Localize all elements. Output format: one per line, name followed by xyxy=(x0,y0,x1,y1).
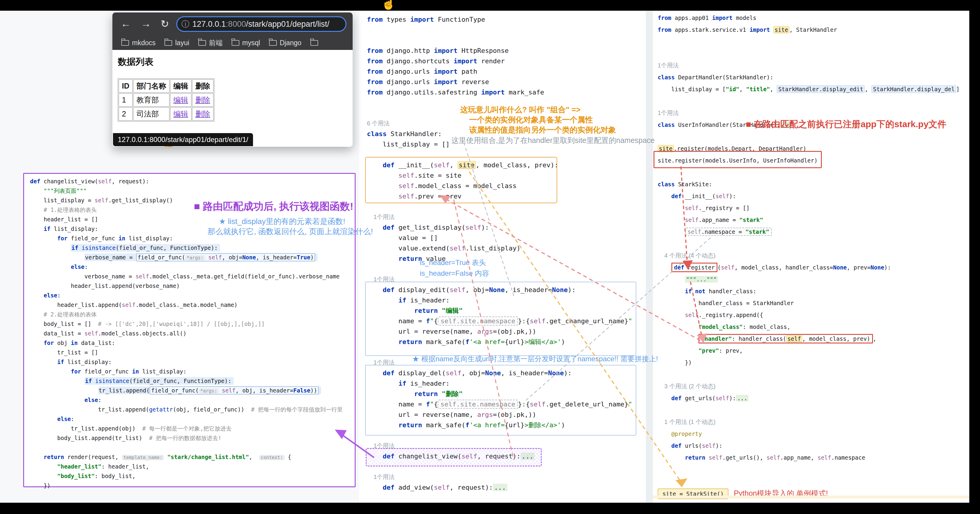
code-line: url = reverse(name, args=(obj.pk,)) xyxy=(367,409,644,420)
code-segment-sf: self xyxy=(715,395,729,401)
code-segment-sf: self xyxy=(702,443,716,449)
reload-icon[interactable]: ↻ xyxy=(161,18,169,30)
right-code-panel[interactable]: from apps.app01 import modelsfrom apps.s… xyxy=(653,11,969,503)
folder-icon xyxy=(232,40,239,46)
code-segment-p: (field_or_func, FunctionType): xyxy=(129,378,231,384)
blank-line xyxy=(658,368,969,380)
code-segment-k: from xyxy=(658,14,675,21)
middle-code-panel[interactable]: from types import FunctionTypefrom djang… xyxy=(359,11,646,503)
code-line: def changelist_view(self, request): xyxy=(30,176,353,186)
code-segment-p: ): xyxy=(481,224,489,231)
bookmark-item[interactable]: Django xyxy=(269,39,301,47)
code-line: }) xyxy=(30,481,353,490)
code-segment-p: field_or_func( xyxy=(151,387,199,393)
code-line: else: xyxy=(30,262,353,271)
code-segment-p: .app_name, xyxy=(780,454,818,461)
code-segment-c: # 每一行都是一个对象,把它放进去 xyxy=(142,425,232,432)
code-segment-p: display_del( xyxy=(398,369,446,377)
code-segment-p: { xyxy=(285,454,291,460)
code-segment-dash: self.site.namespace xyxy=(438,316,518,326)
delete-link[interactable]: 删除 xyxy=(195,96,210,104)
blank-line xyxy=(367,264,644,274)
code-segment-p: list_display = [ xyxy=(671,86,726,92)
code-segment-sf: self xyxy=(685,217,699,223)
code-line: """...""" xyxy=(658,273,969,285)
code-segment-p: data_list = xyxy=(44,330,84,336)
address-bar[interactable]: ⓘ 127.0.0.1:8000/stark/app01/depart/list… xyxy=(176,16,347,32)
code-line: header_list = [] xyxy=(30,214,353,224)
code-line: "prev": prev, xyxy=(658,345,969,357)
code-line: return "编辑" xyxy=(367,305,644,316)
code-segment-p: django.urls xyxy=(387,68,434,75)
code-segment-p: django.shortcuts xyxy=(387,57,453,65)
code-segment-p: : model_class, xyxy=(743,324,790,330)
code-line: return value xyxy=(367,254,644,264)
bookmark-item[interactable]: mysql xyxy=(232,39,260,47)
code-line: if isinstance(field_or_func, FunctionTyp… xyxy=(30,243,353,252)
code-segment-k: def xyxy=(383,484,398,491)
bookmark-item[interactable]: layui xyxy=(164,39,189,47)
code-segment-p: (field_or_func, FunctionType): xyxy=(116,244,218,251)
code-segment-k: in xyxy=(118,235,129,241)
code-segment-b: getattr xyxy=(149,406,173,413)
cell-department-name: 教育部 xyxy=(133,93,169,107)
code-segment-p: header_list.append( xyxy=(57,301,122,308)
mouse-cursor-top-icon: ☝ xyxy=(381,0,396,10)
code-segment-p: : handler_class( xyxy=(732,335,786,342)
cell-edit: 编辑 xyxy=(170,93,191,107)
code-segment-k: f xyxy=(426,317,430,325)
blank-line xyxy=(367,149,644,160)
code-segment-p: , model_class, handler_class= xyxy=(734,264,833,271)
code-segment-p: }) xyxy=(44,482,51,489)
code-line: from django.urls import path xyxy=(367,66,644,77)
code-segment-p: list_display: xyxy=(129,235,173,241)
cell-id: 1 xyxy=(119,93,133,107)
code-line: site.register(models.UserInfo, UserInfoH… xyxy=(658,154,969,167)
code-line: list_display = [] xyxy=(367,139,644,149)
code-segment-k: from xyxy=(367,47,387,54)
forward-icon[interactable]: → xyxy=(141,18,151,29)
code-segment-k: f xyxy=(426,400,430,408)
code-segment-s: " xyxy=(628,317,632,325)
edit-link[interactable]: 编辑 xyxy=(173,109,188,118)
code-segment-p: mark_safe( xyxy=(426,338,465,346)
bookmark-item[interactable]: 前端 xyxy=(198,38,223,48)
code-segment-p: DepartHandler(StarkHandler): xyxy=(678,74,773,81)
blank-line xyxy=(658,404,969,416)
code-line: for obj in data_list: xyxy=(30,338,353,347)
code-segment-k: None xyxy=(489,286,505,293)
code-segment-s: """列表页面""" xyxy=(44,187,87,194)
code-segment-k: import xyxy=(434,68,461,75)
code-segment-sf: self xyxy=(122,301,135,308)
code-segment-p: mark_safe xyxy=(509,89,544,96)
code-segment-p: field_or_func xyxy=(71,235,118,241)
code-segment-p: ] xyxy=(956,86,959,92)
code-segment-gr: self.site.namespace xyxy=(440,317,515,325)
panel-divider xyxy=(646,11,653,503)
code-segment-p: __init__( xyxy=(398,161,434,169)
bookmark-item-partial[interactable] xyxy=(310,40,321,46)
code-segment-p: : prev, xyxy=(719,347,743,354)
code-segment-p: name = xyxy=(398,317,426,325)
bookmark-item[interactable]: mkdocs xyxy=(121,39,156,47)
code-segment-k: in xyxy=(132,368,142,374)
edit-link[interactable]: 编辑 xyxy=(173,96,188,104)
code-segment-p: : xyxy=(84,263,88,270)
code-segment-k: None xyxy=(548,369,564,377)
back-icon[interactable]: ← xyxy=(121,18,131,29)
code-line: from django.shortcuts import render xyxy=(367,56,644,66)
code-line: body_list = [] # -> [['dc',20],['wupeiqi… xyxy=(30,319,353,328)
code-segment-p: register xyxy=(688,264,715,271)
code-line: for field_or_func in list_display: xyxy=(30,366,353,376)
code-segment-p xyxy=(218,387,222,393)
code-line: name = f"{self.site.namespace}:{self.get… xyxy=(367,399,644,409)
site-info-icon[interactable]: ⓘ xyxy=(181,19,189,29)
delete-link[interactable]: 删除 xyxy=(195,109,210,118)
code-line: self.app_name = "stark" xyxy=(658,214,969,226)
code-segment-p: .model_class.objects.all() xyxy=(98,330,186,336)
code-segment-p: .app_name = xyxy=(698,217,739,223)
code-line: def display_edit(self, obj=None, is_head… xyxy=(367,285,644,295)
code-segment-p: )) xyxy=(310,387,317,393)
screenshot-stage: ☝ from types import FunctionTypefrom dja… xyxy=(0,0,980,514)
data-table: ID部门名称编辑删除 1教育部编辑删除2司法部编辑删除 xyxy=(118,78,215,122)
